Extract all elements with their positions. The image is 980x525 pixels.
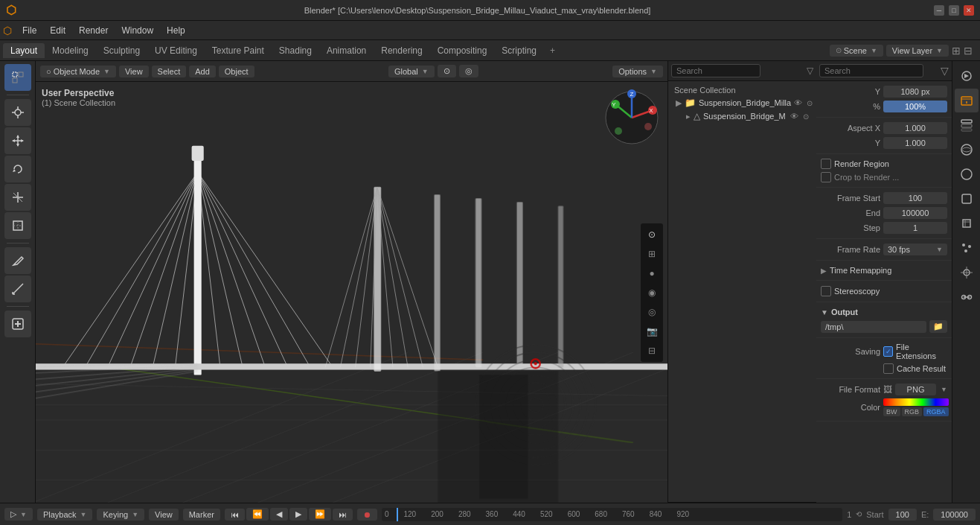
menu-help[interactable]: Help [161,24,191,37]
axis-widget[interactable]: X Y Z [602,88,662,147]
prop-icon-modifiers[interactable] [955,211,979,235]
timeline-mode-selector[interactable]: ▷ ▼ [4,508,33,521]
prop-icon-world[interactable] [955,162,979,186]
select-button[interactable]: Select [152,66,187,77]
tab-add-button[interactable]: + [544,43,561,58]
output-folder-button[interactable]: 📁 [929,320,947,333]
frame-rate-dropdown[interactable]: 30 fps ▼ [883,244,947,255]
tab-layout[interactable]: Layout [3,43,45,58]
render-region-checkbox[interactable] [821,159,831,169]
tab-animation[interactable]: Animation [319,43,374,58]
prop-icon-output[interactable] [955,89,979,112]
record-btn[interactable]: ⏺ [357,509,377,521]
step-back-btn[interactable]: ⏪ [246,508,269,521]
close-button[interactable]: ✕ [964,5,974,16]
view-button[interactable]: View [119,66,149,77]
view-menu[interactable]: View [149,509,179,521]
menu-file[interactable]: File [16,24,42,37]
view-layer-selector[interactable]: View Layer ▼ [886,45,949,57]
viewport-grid-btn[interactable]: ⊟ [643,342,661,360]
menu-edit[interactable]: Edit [44,24,71,37]
prop-icon-constraints[interactable] [955,285,979,309]
play-back-btn[interactable]: ◀ [270,508,288,521]
viewport-camera-btn[interactable]: 📷 [643,322,661,340]
time-remapping-header[interactable]: ▶ Time Remapping [821,264,947,277]
rgb-option[interactable]: RGB [902,407,923,416]
outliner-item-1[interactable]: ▸ △ Suspension_Bridge_M 👁 ⊙ [671,109,813,123]
tab-shading[interactable]: Shading [272,43,319,58]
proportional-edit[interactable]: ◎ [459,65,478,77]
measure-tool[interactable] [4,276,31,302]
step-forward-btn[interactable]: ⏩ [309,508,331,521]
viewport-canvas[interactable]: User Perspective (1) Scene Collection X … [36,82,667,503]
prop-icon-scene[interactable] [955,138,979,162]
viewport-shading-rendered[interactable]: ◎ [643,303,661,321]
resolution-pct-value[interactable]: 100% [883,101,947,112]
jump-end-btn[interactable]: ⏭ [333,509,353,521]
rotate-tool[interactable] [4,156,31,182]
viewport-shading-solid[interactable]: ● [643,264,661,282]
tab-sculpting[interactable]: Sculpting [96,43,147,58]
frame-end-value[interactable]: 100000 [883,207,947,219]
prop-icon-view-layer[interactable] [955,113,979,137]
prop-icon-object[interactable] [955,187,979,211]
outliner-filter-icon[interactable]: ▽ [807,66,813,76]
rgba-option[interactable]: RGBA [923,407,949,416]
properties-filter-icon[interactable]: ▽ [941,65,949,77]
properties-search[interactable] [819,64,923,77]
tab-scripting[interactable]: Scripting [494,43,544,58]
menu-window[interactable]: Window [115,24,159,37]
options-button[interactable]: Options ▼ [612,66,663,77]
aspect-y-value[interactable]: 1.000 [883,137,947,149]
frame-start-value[interactable]: 100 [883,192,947,204]
prop-icon-render[interactable] [955,64,979,88]
move-tool[interactable] [4,127,31,154]
end-value[interactable]: 100000 [933,509,976,521]
eye-icon-1[interactable]: 👁 [790,112,798,121]
file-format-value[interactable]: PNG [895,384,936,395]
outliner-search[interactable] [671,64,760,77]
stereoscopy-checkbox[interactable] [821,286,831,296]
file-extensions-checkbox[interactable]: ✓ [883,346,893,357]
crop-checkbox[interactable] [821,172,831,182]
cursor-tool[interactable] [4,99,31,126]
marker-menu[interactable]: Marker [183,509,220,521]
play-btn[interactable]: ▶ [289,508,307,521]
visibility-icon-1[interactable]: ⊙ [803,112,809,121]
object-button[interactable]: Object [219,66,254,77]
cache-result-checkbox[interactable] [883,363,894,374]
prop-icon-particles[interactable] [955,236,979,260]
annotate-tool[interactable] [4,247,31,274]
screen-options-icon[interactable]: ⊟ [964,45,973,57]
viewport-mode-selector[interactable]: ○ Object Mode ▼ [40,66,116,77]
menu-render[interactable]: Render [73,24,114,37]
viewport-gizmo-btn[interactable]: ⊞ [643,245,661,263]
bw-option[interactable]: BW [883,407,900,416]
tab-modeling[interactable]: Modeling [45,43,96,58]
stereoscopy-header[interactable]: Stereoscopy [821,284,947,299]
add-object-tool[interactable] [4,311,31,337]
prop-icon-physics[interactable] [955,261,979,284]
visibility-icon-0[interactable]: ⊙ [807,99,813,107]
jump-start-btn[interactable]: ⏮ [225,509,245,521]
playback-menu[interactable]: Playback ▼ [37,509,93,521]
transform-orientation[interactable]: Global ▼ [388,66,435,77]
tab-rendering[interactable]: Rendering [374,43,429,58]
tab-compositing[interactable]: Compositing [430,43,495,58]
frame-step-value[interactable]: 1 [883,222,947,234]
add-button[interactable]: Add [189,66,216,77]
eye-icon-0[interactable]: 👁 [794,98,802,107]
aspect-x-value[interactable]: 1.000 [883,122,947,134]
viewport[interactable]: ○ Object Mode ▼ View Select Add Object G… [36,61,667,503]
select-box-tool[interactable] [4,64,31,91]
output-path-input[interactable]: /tmp\ [821,321,926,333]
keying-menu[interactable]: Keying ▼ [97,509,144,521]
viewport-overlay-btn[interactable]: ⊙ [643,226,661,244]
minimize-button[interactable]: ─ [934,5,944,16]
scale-tool[interactable] [4,184,31,211]
start-value[interactable]: 100 [888,509,917,521]
resolution-y-value[interactable]: 1080 px [883,86,947,98]
scene-selector[interactable]: ⊙ Scene ▼ [830,45,883,57]
screen-layout-icon[interactable]: ⊞ [952,45,961,57]
maximize-button[interactable]: □ [949,5,959,16]
